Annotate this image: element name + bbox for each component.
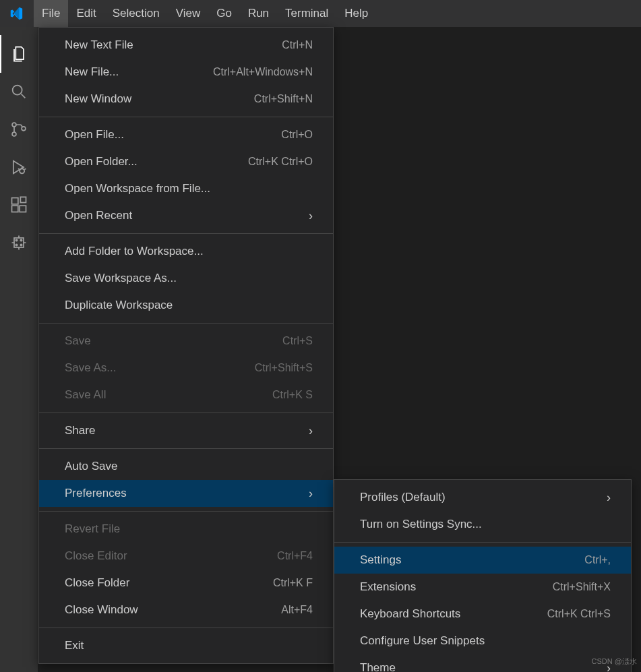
svg-rect-8 xyxy=(20,197,26,202)
chevron-right-icon: › xyxy=(309,487,313,501)
svg-point-0 xyxy=(13,86,22,95)
file-menu-add-folder-to-workspace[interactable]: Add Folder to Workspace... xyxy=(39,238,333,265)
titlebar: File Edit Selection View Go Run Terminal… xyxy=(0,0,641,27)
source-control-icon[interactable] xyxy=(0,111,38,148)
file-menu-revert-file: Revert File xyxy=(39,516,333,543)
file-menu-new-file[interactable]: New File...Ctrl+Alt+Windows+N xyxy=(39,59,333,86)
menu-label: Add Folder to Workspace... xyxy=(65,245,204,258)
menu-label: Revert File xyxy=(65,522,120,536)
menu-label: Close Editor xyxy=(65,549,127,563)
menu-label: Keyboard Shortcuts xyxy=(360,607,460,621)
menu-label: Settings xyxy=(360,553,401,567)
menu-run[interactable]: Run xyxy=(240,0,277,27)
menu-label: Close Window xyxy=(65,603,138,617)
menu-shortcut: Ctrl+N xyxy=(282,39,313,51)
svg-point-4 xyxy=(20,169,24,173)
menu-view[interactable]: View xyxy=(168,0,209,27)
file-menu-close-editor: Close EditorCtrl+F4 xyxy=(39,543,333,570)
run-debug-icon[interactable] xyxy=(0,148,38,186)
menu-go[interactable]: Go xyxy=(208,0,240,27)
file-menu-close-folder[interactable]: Close FolderCtrl+K F xyxy=(39,570,333,597)
watermark: CSDN @渁水 xyxy=(592,656,637,667)
pref-menu-theme[interactable]: Theme› xyxy=(334,654,631,672)
pref-menu-extensions[interactable]: ExtensionsCtrl+Shift+X xyxy=(334,574,631,601)
menu-shortcut: Ctrl+F4 xyxy=(277,550,313,562)
file-menu-auto-save[interactable]: Auto Save xyxy=(39,453,333,480)
chevron-right-icon: › xyxy=(607,491,611,505)
menu-shortcut: Ctrl+K Ctrl+O xyxy=(248,156,313,168)
svg-rect-7 xyxy=(20,206,26,212)
menu-label: New Text File xyxy=(65,38,133,52)
svg-point-13 xyxy=(20,244,22,245)
chevron-right-icon: › xyxy=(309,209,313,223)
menu-label: Theme xyxy=(360,661,396,672)
menu-label: Preferences xyxy=(65,487,127,500)
menu-label: New File... xyxy=(65,65,119,79)
menu-file[interactable]: File xyxy=(34,0,68,27)
menu-selection[interactable]: Selection xyxy=(104,0,168,27)
menu-label: Save Workspace As... xyxy=(65,272,177,285)
activitybar xyxy=(0,27,38,672)
menu-shortcut: Ctrl+, xyxy=(584,554,611,566)
menu-label: Share xyxy=(65,424,95,437)
svg-point-11 xyxy=(20,239,22,241)
pref-menu-keyboard-shortcuts[interactable]: Keyboard ShortcutsCtrl+K Ctrl+S xyxy=(334,601,631,628)
menu-shortcut: Ctrl+K F xyxy=(273,577,313,589)
menu-shortcut: Ctrl+S xyxy=(282,335,313,347)
remote-icon[interactable] xyxy=(0,224,38,262)
file-menu-open-folder[interactable]: Open Folder...Ctrl+K Ctrl+O xyxy=(39,148,333,175)
menu-label: Open Workspace from File... xyxy=(65,182,210,195)
menu-label: Duplicate Workspace xyxy=(65,299,173,312)
menu-label: Open Recent xyxy=(65,209,132,222)
menu-shortcut: Ctrl+Shift+N xyxy=(254,93,313,105)
file-menu-open-file[interactable]: Open File...Ctrl+O xyxy=(39,121,333,148)
menu-shortcut: Ctrl+K Ctrl+S xyxy=(547,608,611,620)
vscode-logo-icon xyxy=(5,3,27,24)
menu-label: Auto Save xyxy=(65,460,117,473)
pref-menu-configure-user-snippets[interactable]: Configure User Snippets xyxy=(334,628,631,654)
menu-shortcut: Alt+F4 xyxy=(281,604,313,616)
menu-label: Configure User Snippets xyxy=(360,634,485,648)
file-menu-new-text-file[interactable]: New Text FileCtrl+N xyxy=(39,32,333,59)
svg-point-2 xyxy=(12,132,16,136)
file-menu-preferences[interactable]: Preferences› xyxy=(39,480,333,507)
menu-label: Save As... xyxy=(65,361,117,375)
menu-label: New Window xyxy=(65,92,131,106)
menu-terminal[interactable]: Terminal xyxy=(277,0,336,27)
preferences-submenu: Profiles (Default)›Turn on Settings Sync… xyxy=(334,479,632,672)
svg-point-3 xyxy=(22,127,26,131)
svg-point-10 xyxy=(16,239,17,241)
menu-label: Exit xyxy=(65,639,84,652)
file-menu-save-workspace-as[interactable]: Save Workspace As... xyxy=(39,265,333,292)
pref-menu-profiles-default[interactable]: Profiles (Default)› xyxy=(334,484,631,511)
menu-edit[interactable]: Edit xyxy=(68,0,104,27)
menu-label: Turn on Settings Sync... xyxy=(360,518,482,531)
file-menu-close-window[interactable]: Close WindowAlt+F4 xyxy=(39,597,333,623)
menu-label: Save xyxy=(65,334,91,348)
chevron-right-icon: › xyxy=(309,424,313,438)
pref-menu-settings[interactable]: SettingsCtrl+, xyxy=(334,547,631,574)
file-menu-new-window[interactable]: New WindowCtrl+Shift+N xyxy=(39,86,333,113)
svg-rect-5 xyxy=(12,198,18,204)
file-menu-exit[interactable]: Exit xyxy=(39,632,333,659)
extensions-icon[interactable] xyxy=(0,186,38,224)
menu-label: Open Folder... xyxy=(65,155,138,169)
file-menu-duplicate-workspace[interactable]: Duplicate Workspace xyxy=(39,292,333,319)
menu-shortcut: Ctrl+Alt+Windows+N xyxy=(213,66,313,78)
menubar: File Edit Selection View Go Run Terminal… xyxy=(34,0,376,27)
file-menu-save: SaveCtrl+S xyxy=(39,328,333,355)
pref-menu-turn-on-settings-sync[interactable]: Turn on Settings Sync... xyxy=(334,511,631,538)
menu-help[interactable]: Help xyxy=(336,0,376,27)
file-menu-open-recent[interactable]: Open Recent› xyxy=(39,202,333,229)
menu-label: Save All xyxy=(65,388,106,402)
svg-point-1 xyxy=(12,123,16,127)
menu-shortcut: Ctrl+Shift+S xyxy=(255,362,313,374)
explorer-icon[interactable] xyxy=(0,35,38,73)
search-icon[interactable] xyxy=(0,73,38,111)
menu-shortcut: Ctrl+K S xyxy=(272,389,313,401)
svg-rect-6 xyxy=(12,206,18,212)
file-menu-open-workspace-from-file[interactable]: Open Workspace from File... xyxy=(39,175,333,202)
svg-point-12 xyxy=(16,244,17,245)
file-menu-share[interactable]: Share› xyxy=(39,417,333,444)
menu-label: Open File... xyxy=(65,128,124,142)
